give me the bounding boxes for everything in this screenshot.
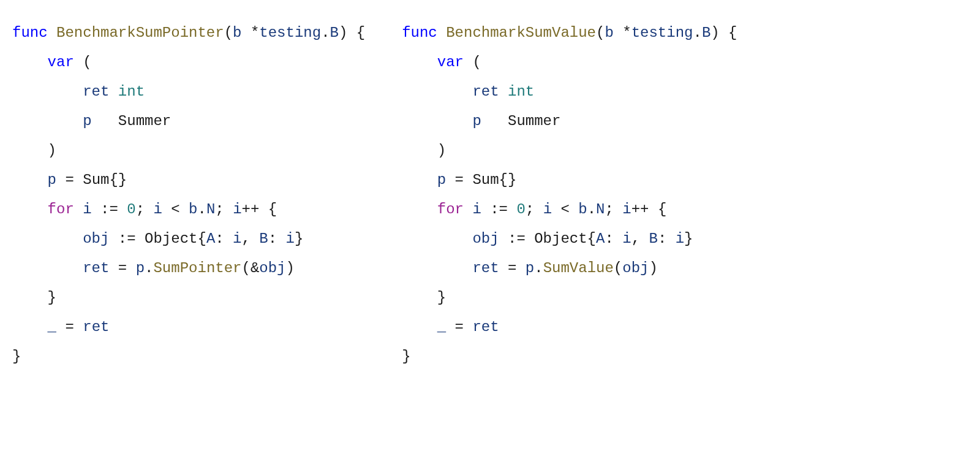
- code-token: .: [145, 260, 153, 276]
- code-token: i: [83, 201, 91, 218]
- code-token: B: [649, 230, 657, 247]
- code-token: Summer: [481, 113, 561, 129]
- code-token: ret: [83, 260, 109, 276]
- code-token: <: [552, 201, 578, 218]
- code-token: p: [136, 260, 145, 276]
- code-token: [402, 83, 472, 100]
- code-token: ): [286, 260, 295, 276]
- code-token: := Object{: [499, 230, 596, 247]
- code-token: ): [402, 142, 446, 159]
- code-token: ret: [83, 83, 109, 100]
- code-token: i: [233, 230, 241, 247]
- code-token: var: [48, 54, 74, 70]
- code-token: ;: [136, 201, 154, 218]
- code-token: obj: [259, 260, 285, 276]
- code-token: obj: [622, 260, 649, 276]
- code-token: (: [596, 25, 605, 41]
- code-token: .: [534, 260, 543, 276]
- code-token: ++ {: [242, 201, 277, 218]
- code-token: var: [437, 54, 464, 70]
- code-token: int: [508, 83, 534, 100]
- code-token: [402, 54, 437, 70]
- code-token: =: [499, 260, 526, 276]
- code-token: :=: [92, 201, 127, 218]
- code-token: 0: [127, 201, 135, 218]
- code-token: SumPointer: [153, 260, 241, 276]
- code-token: }: [402, 348, 410, 365]
- code-token: B: [330, 25, 339, 41]
- code-block-right: func BenchmarkSumValue(b *testing.B) { v…: [402, 18, 737, 371]
- code-token: for: [437, 201, 464, 218]
- code-token: B: [259, 230, 268, 247]
- code-token: }: [402, 289, 446, 306]
- code-token: A: [206, 230, 215, 247]
- code-token: :=: [481, 201, 517, 218]
- code-token: =: [56, 319, 83, 335]
- code-token: b: [189, 201, 197, 218]
- code-token: [12, 319, 48, 335]
- code-token: b: [578, 201, 587, 218]
- code-token: (: [74, 54, 92, 70]
- code-token: Summer: [92, 113, 172, 129]
- code-token: [109, 83, 118, 100]
- code-token: [74, 201, 83, 218]
- code-token: ,: [242, 230, 260, 247]
- code-token: *: [614, 25, 631, 41]
- code-token: [12, 113, 83, 129]
- code-token: ;: [526, 201, 543, 218]
- code-token: obj: [472, 230, 499, 247]
- code-block-left: func BenchmarkSumPointer(b *testing.B) {…: [12, 18, 365, 371]
- code-token: obj: [83, 230, 109, 247]
- code-token: (: [614, 260, 622, 276]
- code-token: b: [233, 25, 241, 41]
- code-token: ): [12, 142, 56, 159]
- code-token: ) {: [710, 25, 737, 41]
- code-token: [402, 201, 437, 218]
- code-token: p: [48, 172, 56, 188]
- code-token: }: [684, 230, 693, 247]
- code-token: .: [693, 25, 701, 41]
- code-token: i: [472, 201, 481, 218]
- code-token: [402, 113, 472, 129]
- code-token: B: [702, 25, 710, 41]
- code-token: SumValue: [543, 260, 614, 276]
- code-token: testing: [631, 25, 693, 41]
- code-token: [402, 260, 472, 276]
- code-token: i: [543, 201, 552, 218]
- code-token: }: [12, 289, 56, 306]
- code-token: ): [649, 260, 657, 276]
- code-token: [12, 201, 48, 218]
- code-token: ;: [215, 201, 233, 218]
- code-token: .: [198, 201, 206, 218]
- code-token: [12, 230, 83, 247]
- code-token: =: [109, 260, 135, 276]
- code-token: i: [286, 230, 295, 247]
- code-token: ) {: [339, 25, 365, 41]
- code-token: [12, 260, 83, 276]
- code-token: := Object{: [109, 230, 206, 247]
- code-token: for: [48, 201, 74, 218]
- code-token: int: [118, 83, 145, 100]
- code-token: = Sum{}: [56, 172, 127, 188]
- code-token: [12, 54, 48, 70]
- code-token: func: [402, 25, 446, 41]
- code-token: = Sum{}: [446, 172, 516, 188]
- code-token: func: [12, 25, 56, 41]
- code-token: ret: [472, 319, 499, 335]
- code-token: .: [321, 25, 330, 41]
- code-token: ret: [472, 260, 499, 276]
- code-token: :: [268, 230, 286, 247]
- code-token: (: [224, 25, 233, 41]
- code-token: (: [464, 54, 481, 70]
- code-token: <: [162, 201, 189, 218]
- code-token: N: [206, 201, 215, 218]
- code-token: [402, 230, 472, 247]
- code-token: [464, 201, 472, 218]
- code-token: A: [596, 230, 605, 247]
- code-token: p: [472, 113, 481, 129]
- code-token: ret: [83, 319, 109, 335]
- code-token: b: [605, 25, 613, 41]
- code-token: i: [622, 230, 631, 247]
- code-token: 0: [516, 201, 525, 218]
- code-token: _: [437, 319, 446, 335]
